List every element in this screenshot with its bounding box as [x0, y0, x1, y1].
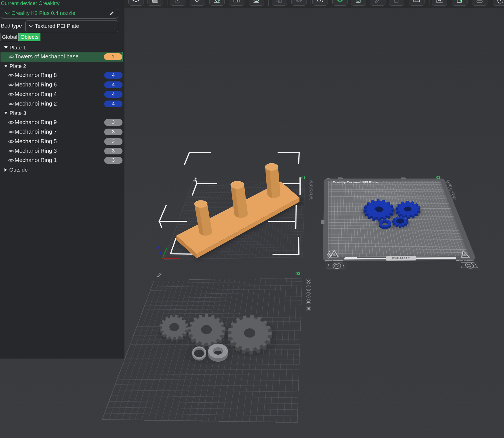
svg-text:03: 03	[295, 271, 301, 276]
svg-text:02: 02	[436, 175, 440, 180]
svg-text:01: 01	[301, 175, 305, 180]
